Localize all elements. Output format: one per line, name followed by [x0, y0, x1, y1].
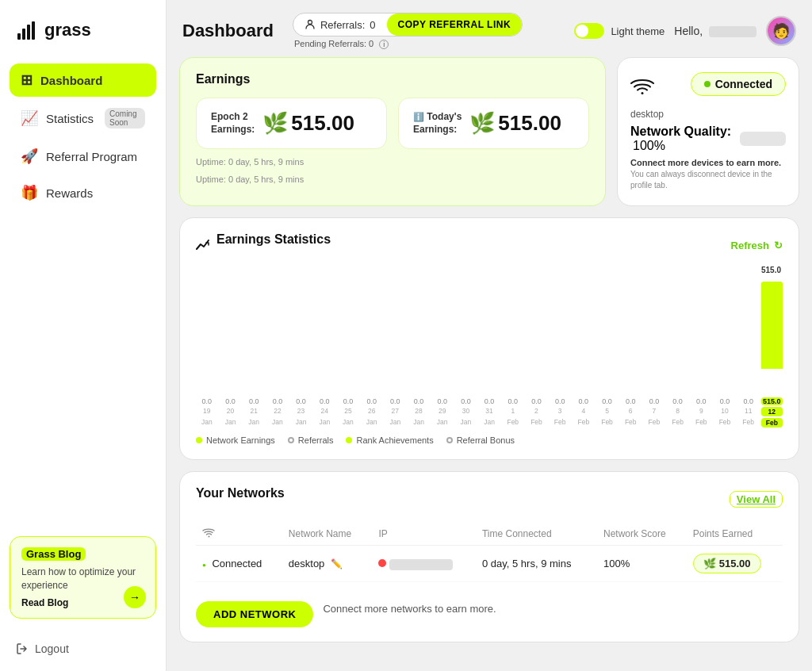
main-content: Dashboard Referrals: 0 COPY REFERRAL LIN…	[167, 0, 812, 671]
bar-column	[526, 367, 548, 369]
bar-value-label: 0.0	[385, 397, 407, 405]
bar-date-label: 29	[431, 407, 454, 416]
connected-card: Connected desktop Network Quality: 100% …	[617, 57, 799, 206]
bar-value-label: 0.0	[619, 397, 642, 405]
app-name: grass	[44, 20, 91, 40]
logout-button[interactable]: Logout	[0, 631, 166, 671]
bar-date-label: 3	[549, 407, 571, 416]
bar-month-label: Feb	[596, 418, 619, 428]
bar-month-label: Feb	[502, 418, 524, 428]
bar-column	[220, 367, 242, 369]
points-coin-icon: 🌿	[703, 558, 716, 569]
bar-date-label: 12	[761, 407, 783, 416]
bar-date-label: 1	[502, 407, 524, 416]
logout-icon	[16, 642, 29, 655]
earnings-card: Earnings Epoch 2Earnings: 🌿 515.00	[179, 57, 606, 206]
epoch-earnings-box: Epoch 2Earnings: 🌿 515.00	[196, 98, 387, 149]
bar-column	[737, 367, 760, 369]
bar-month-label: Jan	[243, 418, 265, 428]
col-time: Time Connected	[476, 523, 597, 546]
toggle-switch[interactable]	[574, 23, 604, 39]
add-network-button[interactable]: ADD NETWORK	[196, 601, 313, 627]
avatar-image: 🧑	[768, 17, 795, 44]
bar-month-label: Feb	[714, 418, 736, 428]
sidebar-item-rewards[interactable]: 🎁 Rewards	[10, 176, 156, 209]
bar-month-label: Feb	[690, 418, 712, 428]
bar-month-label: Feb	[573, 418, 595, 428]
svg-rect-0	[17, 33, 21, 40]
bar-date-label: 2	[526, 407, 548, 416]
legend-dot-3	[346, 437, 352, 443]
quality-label: Network Quality: 100%	[630, 125, 732, 153]
bar-date-label: 24	[313, 407, 335, 416]
bar-value-label: 0.0	[408, 397, 430, 405]
row-status: ● Connected	[196, 546, 282, 582]
header: Dashboard Referrals: 0 COPY REFERRAL LIN…	[167, 0, 812, 57]
bar-value-label: 0.0	[313, 397, 335, 405]
bar-column	[385, 367, 407, 369]
bar-month-label: Feb	[643, 418, 665, 428]
bar-date-label: 8	[667, 407, 689, 416]
legend-label-3: Rank Achievements	[356, 435, 433, 445]
blog-arrow-icon[interactable]: →	[124, 586, 146, 608]
bar-month-label: Feb	[526, 418, 548, 428]
bar-month-label: Feb	[667, 418, 689, 428]
ip-value-blur	[389, 559, 453, 570]
user-avatar[interactable]: 🧑	[766, 16, 796, 46]
legend-label-4: Referral Bonus	[457, 435, 515, 445]
bar-value-label: 0.0	[690, 397, 712, 405]
connect-more-note: Connect more devices to earn more.	[630, 158, 786, 167]
bar-month-label: Feb	[737, 418, 760, 428]
bar-month-label: Jan	[478, 418, 500, 428]
top-row: Earnings Epoch 2Earnings: 🌿 515.00	[179, 57, 799, 206]
date-top-labels: 1920212223242526272829303112345678910111…	[196, 407, 783, 416]
pending-info-icon[interactable]: i	[379, 40, 389, 49]
bar-value-label: 0.0	[243, 397, 265, 405]
table-header: Network Name IP Time Connected Network S…	[196, 523, 783, 546]
sidebar: grass ⊞ Dashboard 📈 Statistics Coming So…	[0, 0, 167, 671]
coming-soon-badge: Coming Soon	[105, 108, 145, 128]
bar-date-label: 5	[596, 407, 619, 416]
col-network-name: Network Name	[282, 523, 373, 546]
bar-month-label: Jan	[337, 418, 359, 428]
bar-value-label: 0.0	[643, 397, 665, 405]
bar-value-label: 0.0	[714, 397, 736, 405]
legend-dot-4	[446, 437, 453, 443]
bar-column	[243, 367, 265, 369]
theme-toggle[interactable]: Light theme	[574, 23, 665, 39]
row-status-dot: ●	[202, 562, 206, 569]
bar-column	[714, 367, 736, 369]
legend-label-2: Referrals	[298, 435, 334, 445]
bar-value-label: 0.0	[266, 397, 289, 405]
content-area: Earnings Epoch 2Earnings: 🌿 515.00	[167, 57, 812, 655]
blog-promo: Grass Blog Learn how to optimize your ex…	[10, 536, 156, 619]
wifi-signal-icon	[630, 78, 654, 95]
uptime-2: Uptime: 0 day, 5 hrs, 9 mins	[196, 174, 589, 184]
disconnect-hint: You can always disconnect device in the …	[630, 169, 786, 191]
refresh-button[interactable]: Refresh ↻	[731, 240, 783, 251]
ip-status-dot	[378, 559, 386, 567]
bar-column	[290, 367, 312, 369]
table-body: ● Connected desktop ✏️ 0 day, 5 hrs, 9 m…	[196, 546, 783, 582]
bar-date-label: 7	[643, 407, 665, 416]
today-earnings-box: ℹ️ Today'sEarnings: 🌿 515.00	[398, 98, 589, 149]
copy-referral-button[interactable]: COPY REFERRAL LINK	[387, 13, 523, 36]
col-ip: IP	[372, 523, 476, 546]
add-network-row: ADD NETWORK Connect more networks to ear…	[196, 590, 783, 627]
sidebar-item-label: Dashboard	[40, 74, 102, 87]
person-icon	[304, 19, 316, 30]
bar-date-label: 10	[714, 407, 736, 416]
bar-date-label: 19	[196, 407, 218, 416]
sidebar-item-dashboard[interactable]: ⊞ Dashboard	[10, 63, 156, 97]
svg-point-4	[308, 21, 312, 25]
bar-value-label: 0.0	[220, 397, 242, 405]
col-points: Points Earned	[687, 523, 783, 546]
view-all-link[interactable]: View All	[730, 491, 783, 508]
legend-referrals: Referrals	[288, 435, 334, 445]
hello-text: Hello,	[674, 25, 756, 37]
bar-value-label: 515.0	[761, 397, 783, 405]
sidebar-item-statistics[interactable]: 📈 Statistics Coming Soon	[10, 100, 156, 136]
edit-icon[interactable]: ✏️	[331, 558, 343, 569]
sidebar-item-referral[interactable]: 🚀 Referral Program	[10, 140, 156, 173]
svg-rect-3	[32, 21, 35, 40]
